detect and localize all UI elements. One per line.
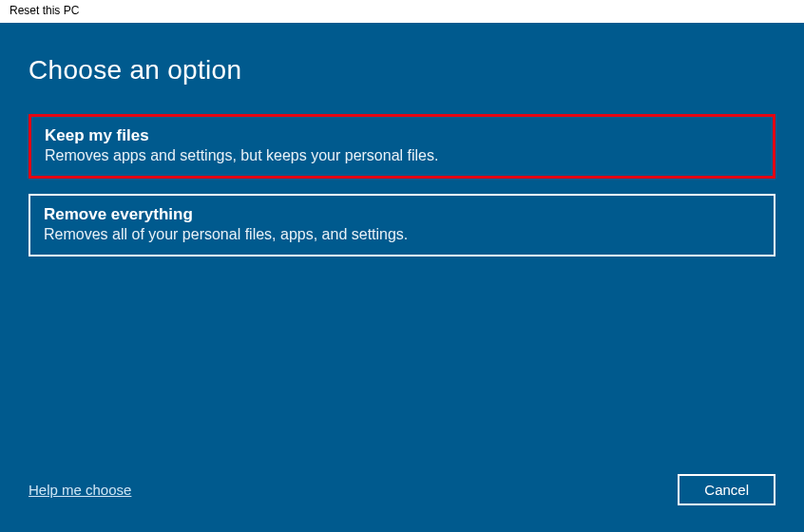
reset-dialog: Choose an option Keep my files Removes a… (0, 23, 804, 532)
option-desc: Removes all of your personal files, apps… (44, 226, 760, 243)
dialog-heading: Choose an option (29, 23, 775, 114)
window-titlebar: Reset this PC (0, 0, 804, 23)
option-title: Keep my files (45, 126, 759, 145)
option-title: Remove everything (44, 205, 760, 224)
cancel-button[interactable]: Cancel (678, 474, 775, 505)
help-me-choose-link[interactable]: Help me choose (29, 482, 131, 498)
window-title: Reset this PC (10, 4, 79, 17)
option-desc: Removes apps and settings, but keeps you… (45, 147, 759, 164)
option-keep-my-files[interactable]: Keep my files Removes apps and settings,… (29, 114, 775, 179)
option-remove-everything[interactable]: Remove everything Removes all of your pe… (29, 194, 775, 256)
dialog-footer: Help me choose Cancel (29, 474, 775, 505)
